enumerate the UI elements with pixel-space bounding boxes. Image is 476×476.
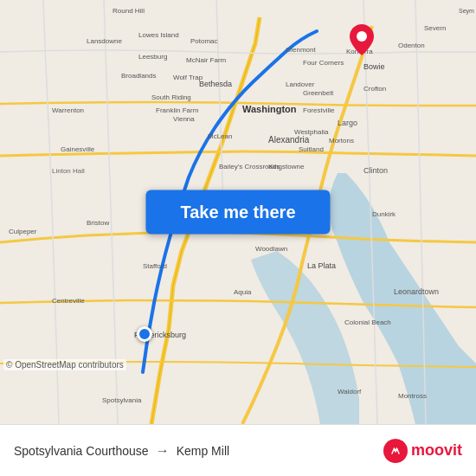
destination-label: Kemp Mill bbox=[177, 444, 229, 458]
svg-text:Four Corners: Four Corners bbox=[303, 59, 344, 67]
svg-text:Stafford: Stafford bbox=[143, 262, 167, 270]
svg-text:Round Hill: Round Hill bbox=[113, 7, 145, 15]
svg-text:Landover: Landover bbox=[286, 80, 315, 88]
svg-text:Kingstowne: Kingstowne bbox=[268, 163, 305, 170]
footer-route: Spotsylvania Courthouse → Kemp Mill bbox=[14, 443, 229, 459]
origin-pin bbox=[137, 326, 152, 342]
svg-text:Potomac: Potomac bbox=[190, 37, 218, 45]
svg-text:Vienna: Vienna bbox=[173, 115, 195, 123]
svg-text:La Plata: La Plata bbox=[307, 261, 336, 270]
svg-text:Centreville: Centreville bbox=[52, 297, 85, 305]
osm-credit: © OpenStreetMap contributors bbox=[3, 359, 126, 370]
svg-text:Bethesda: Bethesda bbox=[199, 80, 232, 88]
svg-text:Spotsylvania: Spotsylvania bbox=[102, 396, 142, 404]
svg-text:Glenmont: Glenmont bbox=[286, 46, 316, 54]
svg-text:Westphalia: Westphalia bbox=[294, 128, 329, 136]
svg-text:Warrenton: Warrenton bbox=[52, 106, 84, 114]
svg-text:Bristow: Bristow bbox=[87, 219, 109, 227]
svg-text:South Riding: South Riding bbox=[151, 93, 191, 101]
svg-text:Linton Hall: Linton Hall bbox=[52, 167, 85, 175]
map-container: Washington Alexandria Bethesda Greenbelt… bbox=[0, 0, 476, 424]
svg-text:Wolf Trap: Wolf Trap bbox=[173, 74, 203, 81]
svg-text:McLean: McLean bbox=[208, 132, 232, 140]
svg-text:Leonardtown: Leonardtown bbox=[394, 287, 439, 296]
svg-text:Forestville: Forestville bbox=[303, 106, 335, 114]
route-arrow: → bbox=[156, 443, 170, 459]
svg-text:Clinton: Clinton bbox=[363, 166, 388, 175]
svg-text:Gainesville: Gainesville bbox=[61, 145, 95, 153]
svg-text:Odenton: Odenton bbox=[398, 42, 425, 49]
svg-text:Colonial Beach: Colonial Beach bbox=[344, 318, 391, 326]
svg-text:Largo: Largo bbox=[338, 119, 357, 127]
svg-text:McNair Farm: McNair Farm bbox=[186, 56, 227, 64]
svg-text:Dunkirk: Dunkirk bbox=[372, 210, 396, 218]
svg-text:Suitland: Suitland bbox=[299, 145, 324, 153]
svg-text:Aquia: Aquia bbox=[234, 288, 252, 296]
origin-label: Spotsylvania Courthouse bbox=[14, 444, 149, 458]
svg-text:Washington: Washington bbox=[242, 104, 297, 114]
svg-text:Seym: Seym bbox=[459, 8, 474, 15]
svg-text:Crofton: Crofton bbox=[363, 85, 386, 93]
svg-text:Greenbelt: Greenbelt bbox=[303, 89, 334, 97]
svg-text:Woodlawn: Woodlawn bbox=[255, 245, 287, 253]
moovit-text: moovit bbox=[411, 441, 462, 460]
svg-text:Montross: Montross bbox=[398, 392, 427, 400]
destination-pin bbox=[350, 24, 374, 59]
svg-text:Lowes Island: Lowes Island bbox=[138, 31, 179, 39]
svg-text:Franklin Farm: Franklin Farm bbox=[156, 106, 199, 114]
svg-text:Culpeper: Culpeper bbox=[9, 228, 37, 235]
svg-text:Waldorf: Waldorf bbox=[338, 388, 362, 396]
svg-text:Alexandria: Alexandria bbox=[268, 135, 310, 145]
moovit-logo: moovit bbox=[383, 439, 462, 463]
svg-text:Bowie: Bowie bbox=[363, 62, 385, 71]
svg-text:Lansdowne: Lansdowne bbox=[87, 37, 122, 45]
svg-text:Severn: Severn bbox=[424, 24, 446, 32]
moovit-icon bbox=[383, 439, 408, 463]
svg-text:Broadlands: Broadlands bbox=[121, 72, 156, 80]
svg-text:Leesburg: Leesburg bbox=[138, 53, 167, 61]
svg-point-55 bbox=[357, 31, 367, 42]
footer: Spotsylvania Courthouse → Kemp Mill moov… bbox=[0, 424, 476, 476]
take-me-there-button[interactable]: Take me there bbox=[145, 190, 330, 235]
svg-text:Mortons: Mortons bbox=[329, 137, 354, 145]
